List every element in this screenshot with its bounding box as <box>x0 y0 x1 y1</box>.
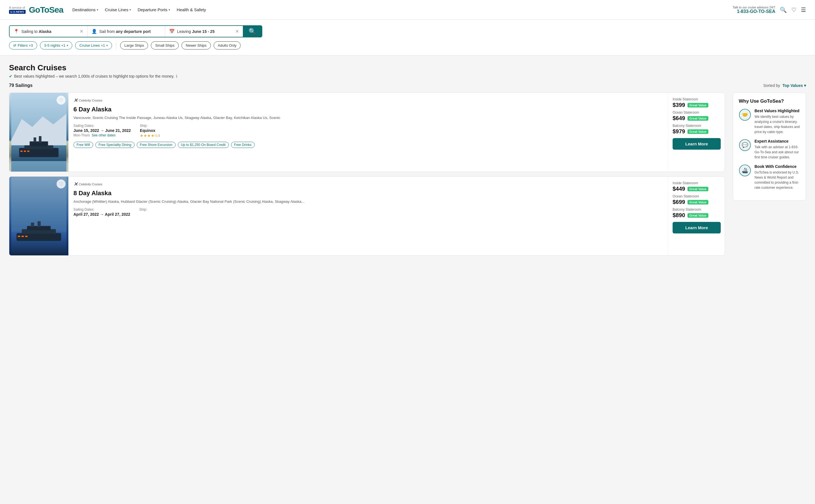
amenity-tag: Free Speciality Dining <box>95 142 134 148</box>
chevron-down-icon: ▾ <box>129 8 131 11</box>
favorite-button[interactable]: ♡ <box>57 179 66 188</box>
filters-button[interactable]: ⇄ Filters +3 <box>9 41 37 49</box>
svg-rect-19 <box>21 236 24 237</box>
learn-more-button[interactable]: Learn More <box>673 222 721 233</box>
ship-block: Ship: <box>139 208 147 217</box>
advisor-label: Talk to our cruise advisors 24/7 <box>733 6 775 9</box>
heart-icon[interactable]: ♡ <box>791 6 796 13</box>
star-info-icon[interactable]: ℹ <box>158 134 160 138</box>
learn-more-button[interactable]: Learn More <box>673 138 721 150</box>
see-other-dates[interactable]: See other dates <box>92 133 116 137</box>
results-header: 79 Sailings Sorted by Top Values ▾ <box>9 83 806 88</box>
phone-info: Talk to our cruise advisors 24/7 1-833-G… <box>733 6 775 14</box>
balcony-stateroom-price: Balcony Stateroom $979 Great Value <box>673 124 721 135</box>
nav-cruise-lines[interactable]: Cruise Lines ▾ <box>105 7 131 12</box>
cruise-card: ♡ ✕ Celebrity Cruises 6 Day Alaska Vanco… <box>9 93 725 172</box>
svg-rect-3 <box>19 148 59 157</box>
amenity-tag: Free Drinks <box>231 142 255 148</box>
subtitle: ✔ Best values highlighted – we search 1,… <box>9 74 806 78</box>
destination-text: Sailing to Alaska <box>21 29 77 34</box>
site-logo[interactable]: GoToSea <box>29 5 63 15</box>
calendar-icon: 📅 <box>169 29 175 34</box>
svg-rect-16 <box>31 222 34 227</box>
ship-block: Ship: Equinox ★★★★½ ℹ <box>140 124 160 138</box>
date-text: Leaving June 15 - 25 <box>177 29 233 34</box>
svg-rect-10 <box>27 150 29 152</box>
large-ships-filter[interactable]: Large Ships <box>120 41 148 49</box>
nav-health-safety[interactable]: Health & Safety <box>177 7 206 12</box>
cruise-lines-filter[interactable]: Cruise Lines +1 ▾ <box>75 41 112 49</box>
great-value-badge: Great Value <box>688 213 709 218</box>
chevron-down-icon: ▾ <box>169 8 170 11</box>
favorite-button[interactable]: ♡ <box>57 96 66 105</box>
cruise-route: Anchorage (Whittier) Alaska, Hubbard Gla… <box>73 199 663 204</box>
header-right: Talk to our cruise advisors 24/7 1-833-G… <box>733 6 806 14</box>
svg-text:🤝: 🤝 <box>742 112 748 118</box>
main-nav: Destinations ▾ Cruise Lines ▾ Departure … <box>72 7 733 12</box>
nav-departure-ports[interactable]: Departure Ports ▾ <box>138 7 170 12</box>
svg-rect-18 <box>18 236 20 237</box>
why-item: 🤝 Best Values Highlighted We identify be… <box>739 109 800 134</box>
amenity-tag: Free Shore Excursion <box>137 142 176 148</box>
info-icon[interactable]: ℹ <box>176 74 177 78</box>
date-field[interactable]: 📅 Leaving June 15 - 25 ✕ <box>165 26 243 37</box>
search-icon[interactable]: 🔍 <box>780 6 787 13</box>
page-title: Search Cruises <box>9 63 806 72</box>
ocean-stateroom-price: Ocean Stateroom $649 Great Value <box>673 111 721 121</box>
sidebar: Why Use GoToSea? 🤝 Best Values Highlight… <box>733 93 806 256</box>
great-value-badge: Great Value <box>688 187 709 191</box>
why-box: Why Use GoToSea? 🤝 Best Values Highlight… <box>733 93 806 201</box>
header: A service of U.S.NEWS GoToSea Destinatio… <box>0 0 815 20</box>
svg-rect-8 <box>21 150 23 152</box>
inside-stateroom-price: Inside Stateroom $449 Great Value <box>673 181 721 192</box>
why-item: 🚢 Book With Confidence GoToSea is endors… <box>739 164 800 190</box>
ship-icon: 🚢 <box>739 164 751 177</box>
great-value-badge: Great Value <box>688 103 709 107</box>
sort-dropdown[interactable]: Top Values ▾ <box>782 83 806 88</box>
person-icon: 👤 <box>91 29 97 34</box>
menu-icon[interactable]: ☰ <box>801 6 806 13</box>
card-pricing: Inside Stateroom $449 Great Value Ocean … <box>668 177 725 255</box>
chevron-down-icon: ▾ <box>97 8 98 11</box>
amenity-tag: Free Wifi <box>73 142 93 148</box>
sort-by: Sorted by Top Values ▾ <box>763 83 806 88</box>
cruise-dates-ship: Sailing Dates: June 15, 2022 → June 21, … <box>73 124 663 138</box>
cruise-card: ♡ ✕ Celebrity Cruises 8 Day Alaska Ancho… <box>9 176 725 256</box>
port-field[interactable]: 👤 Sail from any departure port <box>87 26 165 37</box>
filter-icon: ⇄ <box>13 43 16 48</box>
dates-block: Sailing Dates: April 27, 2022 → April 27… <box>73 208 130 217</box>
port-text: Sail from any departure port <box>99 29 161 34</box>
service-text: A service of <box>9 6 25 9</box>
chat-icon: 💬 <box>739 139 751 151</box>
svg-rect-17 <box>37 221 41 227</box>
destination-field[interactable]: 📍 Sailing to Alaska ✕ <box>10 26 87 37</box>
cruise-title: 8 Day Alaska <box>73 190 663 197</box>
nights-filter[interactable]: 3-5 nights +1 ▾ <box>40 41 73 49</box>
phone-number[interactable]: 1-833-GO-TO-SEA <box>733 9 775 14</box>
inside-stateroom-price: Inside Stateroom $399 Great Value <box>673 97 721 108</box>
filter-divider <box>116 42 116 49</box>
great-value-badge: Great Value <box>688 200 709 204</box>
ocean-stateroom-price: Ocean Stateroom $699 Great Value <box>673 194 721 205</box>
clear-destination-button[interactable]: ✕ <box>80 29 83 34</box>
small-ships-filter[interactable]: Small Ships <box>151 41 179 49</box>
nav-destinations[interactable]: Destinations ▾ <box>72 7 98 12</box>
clear-date-button[interactable]: ✕ <box>235 29 239 34</box>
svg-rect-9 <box>24 150 26 152</box>
dates-block: Sailing Dates: June 15, 2022 → June 21, … <box>73 124 131 138</box>
card-pricing: Inside Stateroom $399 Great Value Ocean … <box>668 93 725 172</box>
search-bar: 📍 Sailing to Alaska ✕ 👤 Sail from any de… <box>9 25 262 37</box>
why-title: Why Use GoToSea? <box>739 98 800 104</box>
chevron-down-icon: ▾ <box>804 83 806 88</box>
adults-only-filter[interactable]: Adults Only <box>214 41 241 49</box>
search-button[interactable]: 🔍 <box>243 26 262 37</box>
search-section: 📍 Sailing to Alaska ✕ 👤 Sail from any de… <box>0 20 815 55</box>
svg-rect-13 <box>17 233 61 241</box>
cruise-route: Vancouver, Scenic Cruising The Inside Pa… <box>73 115 663 120</box>
newer-ships-filter[interactable]: Newer Ships <box>181 41 211 49</box>
amenities: Free Wifi Free Speciality Dining Free Sh… <box>73 142 663 148</box>
cruise-image: ♡ <box>9 93 68 172</box>
subtitle-text: Best values highlighted – we search 1,00… <box>14 74 174 78</box>
svg-text:💬: 💬 <box>742 142 748 148</box>
service-label: A service of U.S.NEWS <box>9 6 26 14</box>
